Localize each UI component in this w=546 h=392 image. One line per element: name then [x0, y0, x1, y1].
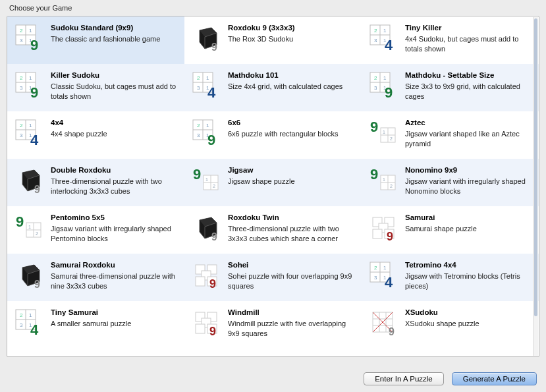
- game-option[interactable]: 9Mathdoku - Settable SizeSize 3x3 to 9x9…: [362, 64, 539, 111]
- game-list-frame: 9Sudoku Standard (9x9)The classic and fa…: [7, 16, 539, 357]
- game-option[interactable]: 912JigsawJigsaw shape puzzle: [184, 159, 362, 206]
- svg-text:1: 1: [383, 177, 385, 182]
- game-option[interactable]: 4Tetromino 4x4Jigsaw with Tetromino bloc…: [362, 254, 539, 301]
- game-title: Tiny Killer: [405, 23, 531, 33]
- svg-text:9: 9: [207, 132, 215, 148]
- game-title: Tiny Samurai: [51, 308, 177, 318]
- svg-text:9: 9: [209, 325, 216, 337]
- scrollbar-thumb[interactable]: [534, 18, 537, 316]
- game-text: Tiny SamuraiA smaller samurai puzzle: [51, 308, 177, 329]
- game-desc: Size 3x3 to 9x9 grid, with calculated ca…: [405, 82, 531, 101]
- game-text: JigsawJigsaw shape puzzle: [228, 165, 354, 186]
- game-option[interactable]: 44x44x4 shape puzzle: [7, 111, 184, 159]
- game-desc: Sohei puzzle with four overlapping 9x9 s…: [228, 271, 354, 291]
- game-icon: 912: [191, 165, 221, 196]
- game-icon: 9: [14, 260, 44, 291]
- game-icon: 9: [14, 70, 44, 101]
- game-title: Samurai Roxdoku: [51, 260, 177, 270]
- svg-text:4: 4: [385, 274, 393, 290]
- game-title: 4x4: [51, 118, 177, 128]
- game-desc: Jigsaw variant with irregularly shaped N…: [405, 177, 531, 196]
- game-title: Mathdoku - Settable Size: [405, 70, 531, 80]
- game-list-scroll: 9Sudoku Standard (9x9)The classic and fa…: [7, 16, 539, 356]
- svg-rect-75: [196, 324, 205, 333]
- game-option[interactable]: 96x66x6 puzzle with rectangular blocks: [184, 111, 362, 159]
- game-option[interactable]: 9Roxdoku 9 (3x3x3)The Rox 3D Sudoku: [184, 16, 362, 64]
- game-desc: 4x4 shape puzzle: [51, 129, 177, 139]
- game-text: SamuraiSamurai shape puzzle: [405, 213, 531, 234]
- svg-text:4: 4: [207, 84, 216, 100]
- game-title: Killer Sudoku: [51, 70, 177, 80]
- game-option[interactable]: 9Sudoku Standard (9x9)The classic and fa…: [7, 16, 184, 64]
- game-desc: Three-dimensional puzzle with two interl…: [51, 177, 177, 196]
- game-title: Roxdoku 9 (3x3x3): [228, 23, 354, 33]
- game-option[interactable]: 9SamuraiSamurai shape puzzle: [362, 206, 539, 254]
- game-text: XSudokuXSudoku shape puzzle: [405, 308, 531, 329]
- game-icon: 9: [368, 213, 398, 243]
- game-title: Windmill: [228, 308, 354, 318]
- svg-text:9: 9: [211, 42, 217, 53]
- svg-text:2: 2: [213, 184, 215, 188]
- game-title: Sohei: [228, 260, 354, 270]
- game-text: Mathdoku - Settable SizeSize 3x3 to 9x9 …: [405, 70, 531, 101]
- svg-text:4: 4: [385, 37, 393, 53]
- game-text: Samurai RoxdokuSamurai three-dimensional…: [51, 260, 177, 291]
- game-option[interactable]: 4Mathdoku 101Size 4x4 grid, with calcula…: [184, 64, 362, 111]
- game-text: WindmillWindmill puzzle with five overla…: [228, 308, 354, 339]
- svg-text:9: 9: [34, 279, 40, 290]
- game-icon: 4: [368, 260, 398, 291]
- svg-text:4: 4: [30, 322, 39, 337]
- game-option[interactable]: 9SoheiSohei puzzle with four overlapping…: [184, 254, 362, 301]
- game-icon: 9: [191, 308, 221, 338]
- game-desc: Jigsaw variant with irregularly shaped P…: [51, 224, 177, 244]
- game-title: Tetromino 4x4: [405, 260, 531, 270]
- game-option[interactable]: 4Tiny SamuraiA smaller samurai puzzle: [7, 301, 184, 349]
- game-desc: 4x4 Sudoku, but cages must add to totals…: [405, 34, 531, 54]
- svg-text:9: 9: [30, 84, 38, 100]
- game-text: SoheiSohei puzzle with four overlapping …: [228, 260, 354, 291]
- svg-text:9: 9: [385, 84, 393, 100]
- game-icon: 4: [14, 118, 44, 148]
- game-option[interactable]: 9Roxdoku TwinThree-dimensional puzzle wi…: [184, 206, 362, 254]
- game-icon: 9: [191, 118, 221, 148]
- game-desc: The Rox 3D Sudoku: [228, 34, 354, 44]
- game-option[interactable]: 4Tiny Killer4x4 Sudoku, but cages must a…: [362, 16, 539, 64]
- game-icon: 4: [368, 23, 398, 53]
- game-title: Aztec: [405, 118, 531, 128]
- game-text: Roxdoku 9 (3x3x3)The Rox 3D Sudoku: [228, 23, 354, 44]
- game-option[interactable]: 912Nonomino 9x9Jigsaw variant with irreg…: [362, 159, 539, 206]
- svg-text:9: 9: [16, 213, 24, 230]
- game-option[interactable]: 9Killer SudokuClassic Sudoku, but cages …: [7, 64, 184, 111]
- game-option[interactable]: 9WindmillWindmill puzzle with five overl…: [184, 301, 362, 349]
- game-text: Roxdoku TwinThree-dimensional puzzle wit…: [228, 213, 354, 244]
- game-desc: A smaller samurai puzzle: [51, 319, 177, 329]
- game-option[interactable]: 9Double RoxdokuThree-dimensional puzzle …: [7, 159, 184, 206]
- game-desc: Classic Sudoku, but cages must add to to…: [51, 82, 177, 101]
- game-text: Killer SudokuClassic Sudoku, but cages m…: [51, 70, 177, 101]
- game-desc: Jigsaw with Tetromino blocks (Tetris pie…: [405, 271, 531, 291]
- game-title: Jigsaw: [228, 165, 354, 175]
- game-text: 4x44x4 shape puzzle: [51, 118, 177, 139]
- game-text: Tetromino 4x4Jigsaw with Tetromino block…: [405, 260, 531, 291]
- game-title: Roxdoku Twin: [228, 213, 354, 223]
- game-option[interactable]: 912Pentomino 5x5Jigsaw variant with irre…: [7, 206, 184, 254]
- game-text: AztecJigsaw variant shaped like an Aztec…: [405, 118, 531, 149]
- game-desc: Samurai three-dimensional puzzle with ni…: [51, 271, 177, 291]
- game-option[interactable]: 912AztecJigsaw variant shaped like an Az…: [362, 111, 539, 159]
- game-icon: 912: [368, 165, 398, 196]
- game-title: Nonomino 9x9: [405, 165, 531, 175]
- game-desc: Three-dimensional puzzle with two 3x3x3 …: [228, 224, 354, 244]
- game-option[interactable]: 9XSudokuXSudoku shape puzzle: [362, 301, 539, 349]
- game-option[interactable]: 9Samurai RoxdokuSamurai three-dimensiona…: [7, 254, 184, 301]
- generate-puzzle-button[interactable]: Generate A Puzzle: [452, 372, 537, 385]
- game-icon: 912: [368, 118, 398, 148]
- svg-text:2: 2: [390, 184, 393, 188]
- svg-text:9: 9: [370, 119, 378, 135]
- scrollbar[interactable]: [533, 17, 538, 356]
- svg-text:4: 4: [30, 132, 39, 148]
- game-icon: 9: [191, 260, 221, 291]
- game-text: Mathdoku 101Size 4x4 grid, with calculat…: [228, 70, 354, 92]
- game-title: Sudoku Standard (9x9): [51, 23, 177, 33]
- game-desc: Size 4x4 grid, with calculated cages: [228, 82, 354, 92]
- enter-puzzle-button[interactable]: Enter In A Puzzle: [364, 372, 444, 385]
